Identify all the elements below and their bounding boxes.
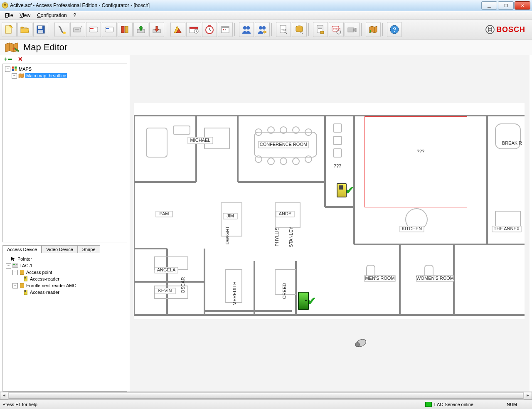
svg-rect-76 — [333, 124, 342, 132]
map-door-1[interactable]: ✔ — [298, 292, 316, 310]
scroll-right-button[interactable]: ► — [524, 392, 532, 399]
tb-camera-button[interactable] — [345, 22, 360, 37]
tb-calendar-button[interactable] — [218, 22, 233, 37]
tb-cardcheck-button[interactable]: BOSCH — [329, 22, 344, 37]
reader-icon — [23, 276, 29, 282]
tb-doors-button[interactable] — [118, 22, 133, 37]
tb-separator — [166, 23, 169, 36]
tb-users-button[interactable] — [239, 22, 254, 37]
svg-rect-12 — [106, 28, 109, 29]
dev-accesspoint[interactable]: − Access point — [5, 269, 125, 276]
svg-rect-63 — [173, 126, 190, 134]
tb-card2-button[interactable] — [102, 22, 117, 37]
tree-toolbar: + ✕ — [2, 55, 127, 63]
dev-accessreader1[interactable]: Access-reader — [5, 276, 125, 282]
tree-label: MAPS — [19, 67, 32, 71]
floorplan: MICHAEL CONFERENCE ROOM ??? ??? BREAK R … — [134, 103, 525, 319]
tb-areas-button[interactable] — [170, 22, 185, 37]
svg-text:OSCAR: OSCAR — [180, 277, 185, 293]
dev-label: Access point — [26, 270, 52, 275]
horizontal-scrollbar[interactable]: ◄ ► — [0, 392, 532, 399]
dev-enrollreader[interactable]: − Enrollement reader AMC — [5, 282, 125, 289]
device-panel[interactable]: Pointer − LAC-1 − Access point Access-re… — [2, 253, 127, 392]
svg-rect-6 — [74, 28, 80, 32]
window-minimize-button[interactable]: ▁ — [481, 1, 497, 10]
tb-clock-button[interactable] — [202, 22, 217, 37]
tb-open-button[interactable] — [17, 22, 32, 37]
svg-rect-4 — [38, 30, 43, 33]
device-tabs: Access Device Video Device Shape — [2, 245, 127, 253]
controller-icon — [12, 263, 18, 269]
dev-accessreader2[interactable]: Access-reader — [5, 289, 125, 296]
svg-text:KEVIN: KEVIN — [158, 288, 172, 293]
tb-save-button[interactable] — [33, 22, 48, 37]
tb-timemodels-button[interactable] — [186, 22, 201, 37]
tab-access-device[interactable]: Access Device — [2, 245, 42, 253]
tb-upload-button[interactable] — [133, 22, 148, 37]
svg-rect-37 — [318, 27, 322, 27]
tab-video-device[interactable]: Video Device — [42, 245, 78, 253]
svg-point-5 — [63, 32, 66, 34]
expand-icon[interactable]: − — [12, 283, 18, 288]
map-canvas[interactable]: MICHAEL CONFERENCE ROOM ??? ??? BREAK R … — [130, 55, 530, 392]
tb-signals-button[interactable] — [54, 22, 69, 37]
scroll-track[interactable] — [8, 392, 524, 399]
menu-configuration[interactable]: Configuration — [34, 12, 70, 19]
door-icon — [19, 269, 25, 275]
tb-separator — [308, 23, 311, 36]
svg-rect-50 — [15, 67, 17, 69]
tb-report-button[interactable] — [313, 22, 328, 37]
tb-controller-button[interactable] — [70, 22, 85, 37]
map-reader-1[interactable]: ✔ — [337, 183, 354, 197]
tb-textfile-button[interactable]: TXT — [276, 22, 291, 37]
tb-download-button[interactable] — [149, 22, 164, 37]
expand-icon[interactable]: − — [12, 73, 17, 79]
map-camera-1[interactable] — [353, 338, 367, 347]
menu-file[interactable]: File — [2, 12, 16, 19]
svg-rect-22 — [208, 25, 211, 27]
svg-text:ANGELA: ANGELA — [157, 267, 176, 272]
svg-text:MICHAEL: MICHAEL — [190, 138, 211, 143]
tree-node-mainmap[interactable]: − Main map the-office — [4, 72, 126, 79]
add-map-button[interactable]: + — [4, 56, 12, 62]
expand-icon[interactable]: − — [12, 270, 18, 275]
svg-rect-38 — [318, 28, 322, 29]
dev-lac1[interactable]: − LAC-1 — [5, 262, 125, 269]
scroll-left-button[interactable]: ◄ — [0, 392, 8, 399]
svg-rect-19 — [190, 27, 198, 29]
svg-rect-8 — [89, 27, 98, 32]
svg-text:?: ? — [393, 26, 397, 33]
svg-rect-26 — [225, 29, 226, 30]
menu-view[interactable]: View — [16, 12, 34, 19]
svg-rect-53 — [12, 264, 18, 268]
dev-label: Access-reader — [30, 290, 59, 295]
delete-map-button[interactable]: ✕ — [18, 56, 23, 62]
svg-point-73 — [280, 158, 287, 165]
tree-node-maps[interactable]: − MAPS — [4, 66, 126, 72]
menu-help[interactable]: ? — [70, 12, 80, 19]
scroll-thumb[interactable] — [9, 393, 523, 399]
svg-point-29 — [259, 26, 262, 30]
tb-new-button[interactable] — [2, 22, 17, 37]
tb-help-button[interactable]: ? — [387, 22, 402, 37]
maps-tree[interactable]: − MAPS − Main map the-office — [2, 64, 127, 242]
dev-label: LAC-1 — [20, 263, 32, 268]
maps-icon — [12, 66, 17, 72]
svg-text:PAM: PAM — [159, 211, 169, 216]
tb-database-button[interactable] — [292, 22, 307, 37]
tab-shape[interactable]: Shape — [78, 245, 100, 253]
tb-card1-button[interactable] — [86, 22, 101, 37]
svg-text:CREED: CREED — [282, 283, 287, 299]
window-maximize-button[interactable]: ❐ — [498, 1, 514, 10]
window-close-button[interactable]: ✕ — [515, 1, 530, 10]
expand-icon[interactable]: − — [6, 263, 11, 269]
svg-rect-51 — [12, 69, 14, 71]
expand-icon[interactable]: − — [5, 67, 10, 72]
tb-map-button[interactable] — [366, 22, 381, 37]
tb-userkeys-button[interactable] — [255, 22, 270, 37]
svg-point-46 — [486, 25, 494, 34]
shape-rectangle[interactable] — [365, 116, 467, 207]
dev-pointer[interactable]: Pointer — [5, 256, 125, 262]
svg-text:CONFERENCE ROOM: CONFERENCE ROOM — [260, 142, 307, 147]
svg-rect-79 — [221, 203, 242, 236]
